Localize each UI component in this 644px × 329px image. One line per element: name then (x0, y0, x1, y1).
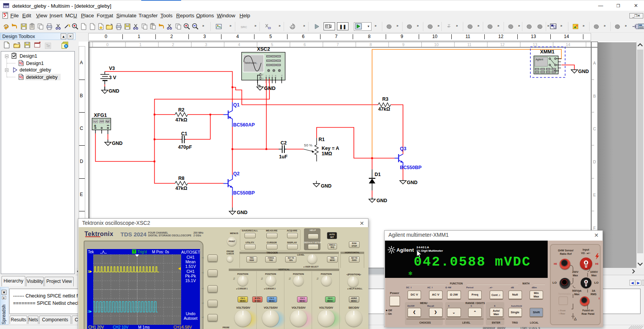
svg-text:GND: GND (376, 198, 387, 203)
svg-text:GND: GND (407, 180, 418, 185)
svg-text:BC550BP: BC550BP (400, 165, 421, 170)
svg-text:6: 6 (304, 42, 306, 47)
svg-text:C1: C1 (181, 131, 187, 136)
svg-text:3 V: 3 V (109, 75, 116, 80)
svg-text:−: − (107, 123, 109, 128)
svg-text:14: 14 (566, 42, 570, 47)
svg-text:GND: GND (264, 85, 276, 91)
svg-text:XMM1: XMM1 (540, 49, 555, 55)
svg-text:1uF: 1uF (279, 154, 288, 160)
svg-text:R8: R8 (178, 176, 185, 181)
svg-text:V3: V3 (109, 66, 115, 71)
svg-text:R3: R3 (382, 96, 388, 102)
svg-text:R1: R1 (319, 137, 325, 142)
svg-text:GND: GND (237, 210, 248, 215)
svg-text:Q2: Q2 (233, 171, 240, 176)
svg-text:0: 0 (106, 42, 109, 47)
svg-text:9: 9 (402, 42, 405, 47)
svg-text:BC550BP: BC550BP (233, 190, 255, 196)
svg-text:4: 4 (238, 42, 240, 47)
svg-text:47kΩ: 47kΩ (175, 117, 187, 123)
svg-text:BC560AP: BC560AP (233, 122, 255, 128)
svg-text:1: 1 (139, 42, 142, 47)
svg-text:13: 13 (533, 42, 537, 47)
svg-text:7: 7 (337, 42, 339, 47)
svg-text:GND: GND (321, 183, 332, 189)
svg-text:D1: D1 (375, 172, 381, 177)
svg-text:E: E (593, 193, 596, 197)
svg-text:Agilent: Agilent (536, 58, 543, 61)
svg-text:÷: ÷ (447, 25, 449, 29)
svg-text:B: B (593, 94, 596, 98)
svg-text:P: P (262, 74, 263, 76)
svg-text:D: D (593, 160, 596, 164)
svg-text:G: G (262, 77, 264, 80)
svg-text:GND: GND (112, 141, 123, 146)
svg-text:8: 8 (370, 42, 372, 47)
svg-text:XFG1: XFG1 (94, 112, 107, 118)
svg-text:C2: C2 (281, 140, 287, 146)
svg-text:47kΩ: 47kΩ (378, 106, 390, 112)
svg-text:50 %: 50 % (304, 143, 312, 147)
svg-text:A: A (593, 61, 596, 65)
svg-text:Tektronix,: Tektronix, (244, 61, 257, 65)
svg-text:F: F (593, 226, 596, 230)
svg-text:5: 5 (271, 42, 273, 47)
svg-text:3: 3 (205, 42, 207, 47)
svg-text:10: 10 (434, 42, 439, 47)
svg-text:1MΩ: 1MΩ (322, 151, 332, 156)
svg-text:11: 11 (467, 42, 472, 47)
svg-text:GND: GND (578, 69, 589, 74)
svg-text:R2: R2 (178, 107, 185, 113)
svg-text:12: 12 (500, 42, 505, 47)
svg-text:Q3: Q3 (400, 146, 406, 151)
svg-text:GND: GND (109, 88, 119, 94)
svg-text:Q1: Q1 (233, 102, 240, 108)
svg-text:XSC2: XSC2 (257, 46, 270, 52)
svg-text:2: 2 (172, 42, 174, 47)
svg-text:C: C (593, 126, 596, 131)
svg-text:SRC: SRC (241, 25, 247, 29)
svg-text:T: T (281, 75, 282, 77)
svg-text:47kΩ: 47kΩ (175, 186, 187, 191)
svg-text:470pF: 470pF (178, 145, 192, 150)
svg-text:Key = A: Key = A (322, 146, 339, 151)
